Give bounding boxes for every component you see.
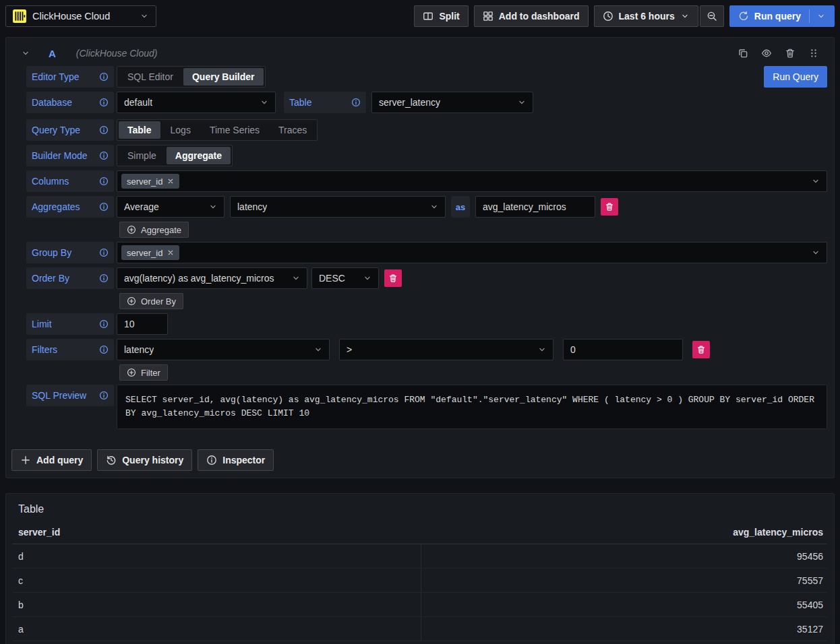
plus-circle-icon	[127, 225, 136, 234]
trash-icon	[388, 273, 398, 283]
info-circle-icon	[99, 151, 109, 160]
run-query-button[interactable]: Run query	[729, 5, 835, 27]
split-icon	[423, 11, 433, 22]
time-range-button[interactable]: Last 6 hours	[594, 5, 698, 27]
run-query-editor-button[interactable]: Run Query	[764, 66, 827, 88]
add-filter-row: Filter	[26, 364, 827, 381]
selected-tag-server-id[interactable]: server_id	[121, 245, 179, 260]
limit-label: Limit	[26, 313, 114, 335]
limit-row: Limit	[26, 313, 827, 335]
aggregates-label: Aggregates	[26, 196, 114, 218]
query-header-actions	[738, 48, 823, 59]
radio-option-simple[interactable]: Simple	[119, 147, 165, 164]
selected-tag-server-id[interactable]: server_id	[121, 174, 179, 189]
chevron-down-icon	[537, 345, 547, 354]
zoom-out-icon	[707, 11, 717, 22]
info-circle-icon	[99, 125, 109, 135]
filter-column-select[interactable]: latency	[117, 339, 330, 360]
tag-label: server_id	[127, 248, 162, 258]
builder-mode-label: Builder Mode	[26, 145, 114, 166]
collapse-query-icon[interactable]	[21, 49, 30, 58]
split-label: Split	[439, 11, 459, 22]
aggregate-alias-field	[475, 196, 595, 218]
chevron-down-icon	[811, 248, 820, 257]
radio-option-traces[interactable]: Traces	[270, 121, 316, 139]
chevron-down-icon[interactable]	[816, 11, 826, 21]
limit-field	[117, 313, 168, 335]
add-order-by-button[interactable]: Order By	[119, 293, 183, 309]
info-circle-icon	[206, 455, 217, 465]
table-row: c75557	[13, 569, 827, 593]
builder-mode-switch: SimpleAggregate	[117, 145, 233, 166]
database-label: Database	[26, 92, 114, 113]
add-query-button[interactable]: Add query	[11, 449, 92, 471]
aggregates-row: Aggregates Average latency as	[26, 196, 827, 218]
apps-grid-icon	[483, 11, 493, 22]
add-to-dashboard-label: Add to dashboard	[499, 11, 580, 22]
order-by-field-select[interactable]: avg(latency) as avg_latency_micros	[117, 267, 307, 289]
chevron-down-icon	[291, 273, 301, 283]
info-circle-icon	[99, 273, 109, 283]
chevron-down-icon	[429, 202, 439, 212]
toggle-visibility-icon[interactable]	[761, 48, 772, 59]
radio-option-sql-editor[interactable]: SQL Editor	[119, 68, 182, 86]
chevron-down-icon	[680, 11, 690, 21]
order-direction-select[interactable]: DESC	[311, 267, 379, 289]
remove-filter-button[interactable]	[692, 341, 710, 358]
chevron-down-icon	[140, 11, 149, 21]
radio-option-aggregate[interactable]: Aggregate	[167, 147, 231, 164]
remove-tag-icon[interactable]	[167, 249, 174, 256]
column-header-server-id[interactable]: server_id	[18, 527, 421, 538]
explore-toolbar: ClickHouse Cloud Split Add to dashboard …	[0, 0, 840, 32]
table-row: a35127	[13, 617, 827, 641]
add-filter-button[interactable]: Filter	[119, 364, 168, 381]
group-by-label: Group By	[26, 242, 114, 263]
run-query-label: Run query	[754, 11, 801, 22]
filter-value-field	[563, 339, 683, 360]
column-header-avg-latency-micros[interactable]: avg_latency_micros	[421, 527, 823, 538]
cell-avg-latency-micros: 75557	[421, 569, 828, 592]
radio-option-logs[interactable]: Logs	[162, 121, 200, 139]
drag-handle-icon[interactable]	[808, 48, 819, 59]
aggregate-alias-input[interactable]	[476, 197, 595, 217]
remove-order-by-button[interactable]	[384, 269, 402, 287]
database-select[interactable]: default	[117, 92, 276, 113]
radio-option-table[interactable]: Table	[119, 121, 160, 139]
query-editor-panel: A (ClickHouse Cloud) Editor Type SQL Edi…	[5, 37, 835, 478]
query-datasource-hint: (ClickHouse Cloud)	[76, 48, 158, 59]
aggregate-column-select[interactable]: latency	[230, 196, 446, 218]
cell-server-id: c	[13, 569, 421, 592]
chevron-down-icon	[811, 176, 820, 186]
order-by-label: Order By	[26, 267, 114, 289]
delete-query-icon[interactable]	[785, 48, 796, 59]
filter-value-input[interactable]	[564, 340, 682, 360]
remove-aggregate-button[interactable]	[601, 198, 618, 216]
table-header-row: server_id avg_latency_micros	[13, 527, 827, 544]
split-button[interactable]: Split	[414, 5, 468, 27]
add-aggregate-button[interactable]: Aggregate	[119, 222, 189, 238]
zoom-out-time-button[interactable]	[700, 5, 724, 27]
editor-type-label: Editor Type	[26, 66, 114, 88]
datasource-picker[interactable]: ClickHouse Cloud	[5, 5, 156, 27]
query-history-button[interactable]: Query history	[97, 449, 192, 471]
columns-multiselect[interactable]: server_id	[117, 170, 827, 192]
button-divider	[809, 9, 810, 23]
remove-tag-icon[interactable]	[167, 178, 174, 185]
add-to-dashboard-button[interactable]: Add to dashboard	[474, 5, 589, 27]
limit-input[interactable]	[117, 314, 167, 334]
aggregate-function-select[interactable]: Average	[117, 196, 224, 218]
info-circle-icon	[99, 248, 109, 257]
group-by-multiselect[interactable]: server_id	[117, 242, 827, 263]
query-builder-form: Editor Type SQL EditorQuery Builder Run …	[11, 65, 827, 429]
time-range-label: Last 6 hours	[619, 11, 675, 22]
filter-operator-select[interactable]: >	[339, 339, 553, 360]
info-circle-icon	[99, 72, 109, 82]
table-row: d95456	[13, 544, 827, 569]
duplicate-query-icon[interactable]	[738, 48, 748, 59]
plus-circle-icon	[127, 296, 136, 306]
chevron-down-icon	[363, 273, 372, 283]
table-select[interactable]: server_latency	[371, 92, 533, 113]
inspector-button[interactable]: Inspector	[198, 449, 274, 471]
radio-option-time-series[interactable]: Time Series	[201, 121, 268, 139]
radio-option-query-builder[interactable]: Query Builder	[183, 68, 264, 86]
